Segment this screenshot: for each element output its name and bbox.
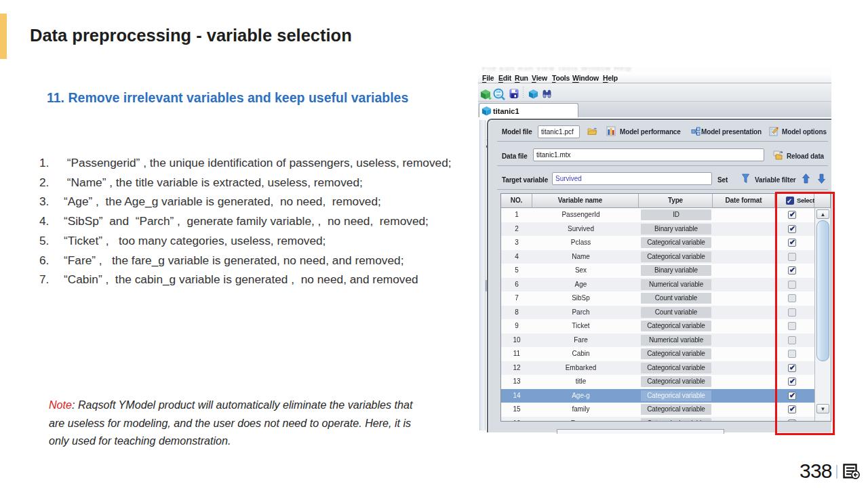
svg-text:001: 001	[496, 94, 501, 97]
